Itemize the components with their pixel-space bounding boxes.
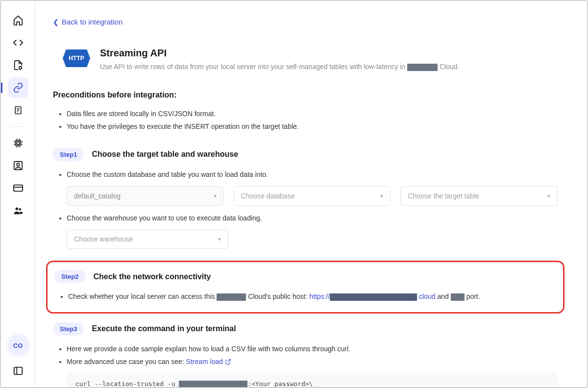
- svg-point-20: [19, 208, 21, 211]
- chevron-down-icon: ▾: [218, 236, 221, 242]
- preconditions-title: Preconditions before integration:: [53, 91, 558, 99]
- code-icon: [13, 37, 24, 48]
- svg-rect-5: [15, 141, 21, 146]
- precondition-item: You have the privileges to execute the I…: [67, 120, 558, 133]
- preconditions-list: Data files are stored locally in CSV/JSO…: [53, 107, 558, 133]
- http-badge: HTTP: [63, 49, 90, 67]
- table-select[interactable]: Choose the target table ▾: [400, 186, 558, 206]
- user-square-icon: [13, 160, 24, 171]
- avatar-initials: CO: [13, 342, 23, 349]
- step1-line2: Choose the warehouse you want to use to …: [67, 212, 558, 225]
- nav-billing[interactable]: [8, 178, 28, 198]
- code-sample: curl --location-trusted -u :<Your passwo…: [67, 372, 558, 387]
- step1-line1: Choose the custom database and table you…: [67, 168, 558, 181]
- warehouse-placeholder: Choose warehouse: [74, 235, 133, 243]
- chevron-down-icon: ▾: [214, 193, 217, 199]
- nav-compute[interactable]: [8, 133, 28, 153]
- redacted-text: [217, 293, 246, 301]
- nav-collapse[interactable]: [8, 361, 28, 381]
- svg-point-19: [15, 208, 18, 211]
- svg-rect-21: [14, 367, 22, 375]
- panel-icon: [13, 365, 24, 376]
- document-icon: [13, 105, 23, 116]
- catalog-value: default_catalog: [74, 192, 121, 200]
- step2-highlight-box: Step2 Check the network connectivity Che…: [46, 261, 564, 314]
- chevron-down-icon: ▾: [380, 193, 383, 199]
- database-select[interactable]: Choose database ▾: [234, 186, 391, 206]
- step1-chip: Step1: [53, 148, 84, 161]
- step2-title: Check the network connectivity: [93, 272, 211, 281]
- catalog-select[interactable]: default_catalog ▾: [67, 186, 224, 206]
- nav-files[interactable]: [8, 55, 28, 75]
- step1-title: Choose the target table and warehouse: [92, 150, 238, 159]
- file-badge-icon: [13, 60, 24, 71]
- external-link-icon: [225, 359, 231, 365]
- svg-point-0: [19, 67, 22, 70]
- sidebar: CO: [1, 1, 35, 387]
- users-icon: [13, 205, 24, 216]
- step3-line1: Here we provide a code sample explain ho…: [67, 342, 558, 356]
- svg-rect-17: [13, 185, 22, 192]
- link-icon: [13, 82, 24, 93]
- redacted-text: [330, 293, 417, 301]
- table-placeholder: Choose the target table: [408, 192, 479, 200]
- chevron-down-icon: ▾: [547, 193, 550, 199]
- nav-docs[interactable]: [8, 100, 28, 121]
- step3-title: Execute the command in your terminal: [92, 324, 236, 333]
- database-placeholder: Choose database: [241, 192, 295, 200]
- warehouse-select[interactable]: Choose warehouse ▾: [67, 229, 228, 249]
- main-content: ❮ Back to integration HTTP Streaming API…: [35, 1, 587, 387]
- step3-line2: More advanced use case you can see: Stre…: [67, 355, 558, 368]
- svg-point-16: [17, 163, 20, 166]
- page-title: Streaming API: [100, 48, 460, 59]
- redacted-text: [451, 293, 465, 301]
- nav-divider: [9, 126, 27, 127]
- nav-home[interactable]: [8, 10, 28, 30]
- home-icon: [13, 15, 24, 25]
- chevron-left-icon: ❮: [53, 18, 59, 26]
- nav-team[interactable]: [8, 200, 28, 221]
- svg-rect-6: [17, 142, 20, 145]
- back-link[interactable]: ❮ Back to integration: [53, 18, 122, 26]
- host-link[interactable]: https://.cloud: [309, 292, 435, 300]
- nav-integrations[interactable]: [8, 77, 28, 98]
- nav-users[interactable]: [8, 155, 28, 176]
- page-subtitle: Use API to write rows of data from your …: [100, 63, 460, 71]
- redacted-text: [407, 64, 438, 71]
- redacted-text: [179, 381, 247, 387]
- avatar[interactable]: CO: [8, 335, 28, 356]
- cpu-icon: [13, 138, 24, 148]
- stream-load-link[interactable]: Stream load: [186, 358, 231, 365]
- svg-line-23: [227, 360, 230, 363]
- nav-code[interactable]: [8, 32, 28, 53]
- precondition-item: Data files are stored locally in CSV/JSO…: [67, 107, 558, 121]
- step2-line: Check whether your local server can acce…: [68, 290, 556, 303]
- back-link-label: Back to integration: [62, 18, 122, 26]
- credit-card-icon: [13, 183, 24, 194]
- step3-chip: Step3: [53, 322, 84, 336]
- step2-chip: Step2: [54, 270, 85, 283]
